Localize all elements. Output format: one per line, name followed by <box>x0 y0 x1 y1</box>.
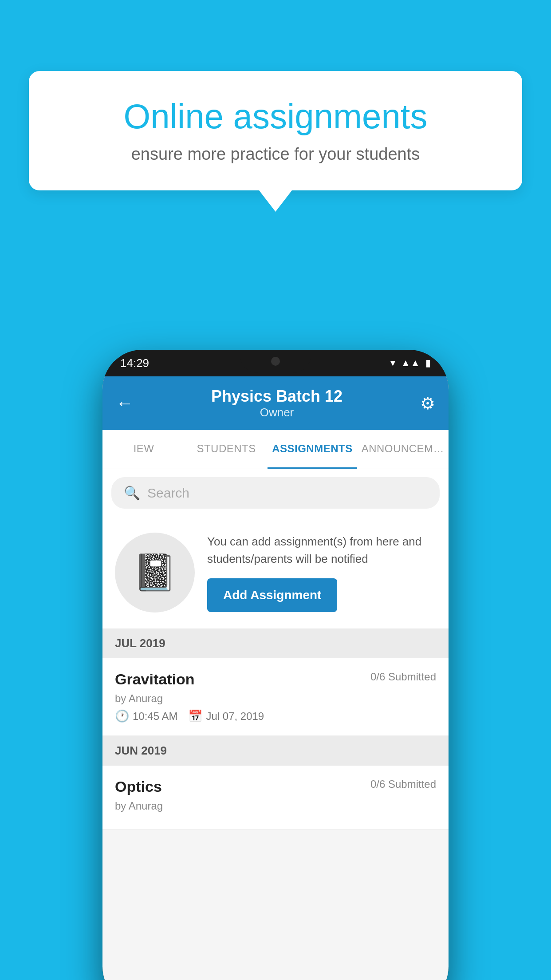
battery-icon: ▮ <box>425 357 431 369</box>
header-title: Physics Batch 12 <box>211 387 342 406</box>
assignment-description: You can add assignment(s) from here and … <box>207 533 436 568</box>
assignment-item-header: Gravitation 0/6 Submitted <box>115 671 436 688</box>
assignment-author-gravitation: by Anurag <box>115 692 436 705</box>
assignment-submitted-optics: 0/6 Submitted <box>370 778 436 790</box>
signal-icon: ▲▲ <box>401 357 420 369</box>
assignment-icon-circle: 📓 <box>115 533 195 612</box>
notch <box>240 350 311 373</box>
tab-iew[interactable]: IEW <box>102 430 185 469</box>
calendar-icon: 📅 <box>188 709 202 723</box>
search-container: 🔍 Search <box>102 469 449 517</box>
bubble-subtitle: ensure more practice for your students <box>60 145 491 164</box>
assignment-submitted-gravitation: 0/6 Submitted <box>370 671 436 683</box>
section-header-jul: JUL 2019 <box>102 628 449 658</box>
search-bar[interactable]: 🔍 Search <box>111 477 440 509</box>
time-item: 🕐 10:45 AM <box>115 709 177 723</box>
section-header-jun: JUN 2019 <box>102 736 449 766</box>
wifi-icon: ▾ <box>390 357 395 369</box>
assignment-date-gravitation: Jul 07, 2019 <box>206 710 264 723</box>
add-assignment-button[interactable]: Add Assignment <box>207 578 337 612</box>
assignment-prompt: 📓 You can add assignment(s) from here an… <box>102 517 449 628</box>
status-time: 14:29 <box>120 356 149 370</box>
header-center: Physics Batch 12 Owner <box>211 387 342 419</box>
speech-bubble: Online assignments ensure more practice … <box>29 71 522 190</box>
bubble-title: Online assignments <box>60 98 491 136</box>
assignment-name-optics: Optics <box>115 778 162 795</box>
status-icons: ▾ ▲▲ ▮ <box>390 357 431 369</box>
tabs-bar: IEW STUDENTS ASSIGNMENTS ANNOUNCEM… <box>102 430 449 469</box>
search-placeholder: Search <box>147 486 189 501</box>
assignment-text-area: You can add assignment(s) from here and … <box>207 533 436 612</box>
header-subtitle: Owner <box>211 406 342 419</box>
assignment-name-gravitation: Gravitation <box>115 671 194 688</box>
assignment-item-gravitation[interactable]: Gravitation 0/6 Submitted by Anurag 🕐 10… <box>102 658 449 736</box>
assignment-item-header-optics: Optics 0/6 Submitted <box>115 778 436 795</box>
clock-icon: 🕐 <box>115 709 129 723</box>
screen-content: 🔍 Search 📓 You can add assignment(s) fro… <box>102 469 449 980</box>
phone-screen: ← Physics Batch 12 Owner ⚙ IEW STUDENTS … <box>102 376 449 980</box>
assignment-time-row: 🕐 10:45 AM 📅 Jul 07, 2019 <box>115 709 436 723</box>
assignment-author-optics: by Anurag <box>115 800 436 812</box>
tab-announcements[interactable]: ANNOUNCEM… <box>357 430 449 469</box>
back-button[interactable]: ← <box>116 393 134 413</box>
speech-bubble-container: Online assignments ensure more practice … <box>29 71 522 190</box>
status-bar: 14:29 ▾ ▲▲ ▮ <box>102 350 449 376</box>
search-icon: 🔍 <box>124 485 140 501</box>
date-item: 📅 Jul 07, 2019 <box>188 709 264 723</box>
assignment-time-gravitation: 10:45 AM <box>133 710 177 723</box>
phone-frame: 14:29 ▾ ▲▲ ▮ ← Physics Batch 12 Owner ⚙ … <box>102 350 449 980</box>
tab-students[interactable]: STUDENTS <box>185 430 268 469</box>
assignment-item-optics[interactable]: Optics 0/6 Submitted by Anurag <box>102 766 449 830</box>
app-header: ← Physics Batch 12 Owner ⚙ <box>102 376 449 430</box>
settings-icon[interactable]: ⚙ <box>420 394 435 413</box>
tab-assignments[interactable]: ASSIGNMENTS <box>268 430 357 469</box>
camera <box>271 357 280 366</box>
notebook-icon: 📓 <box>133 552 177 593</box>
